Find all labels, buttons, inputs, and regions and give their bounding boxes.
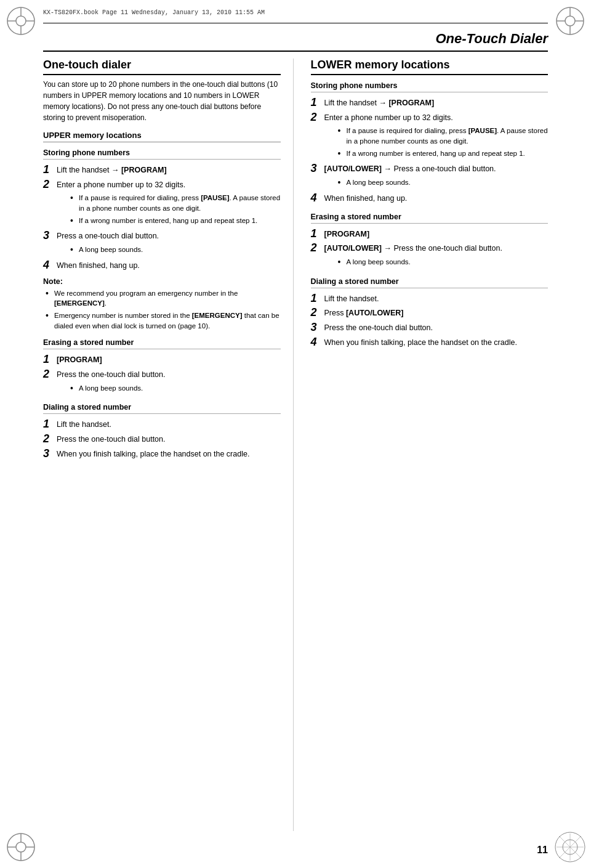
bullet-item: • If a wrong number is entered, hang up … [338,148,549,159]
step-number-1: 1 [311,292,324,306]
content-area: One-touch dialer You can store up to 20 … [43,59,548,831]
bullet-dot: • [46,310,54,321]
bullet-dot: • [70,383,79,394]
bullet-item: • If a pause is required for dialing, pr… [70,193,281,213]
step-number-4: 4 [311,336,324,349]
bullet-dot: • [70,193,79,203]
bullet-text: A long beep sounds. [347,257,411,267]
svg-point-7 [565,16,575,26]
upper-erasing-steps: 1 [PROGRAM] 2 Press the one-touch dial b… [43,354,281,395]
step-item: 2 Enter a phone number up to 32 digits. … [43,179,281,229]
step-number-1: 1 [43,163,57,177]
step-item: 1 [PROGRAM] [311,229,549,241]
step-number-1: 1 [311,96,324,110]
corner-decoration-tr [554,5,586,37]
step-number-3: 3 [311,162,324,176]
step-number-1: 1 [311,227,324,241]
step-text: Press the one-touch dial button. • A lon… [57,369,281,396]
upper-storing-steps: 1 Lift the handset → [PROGRAM] 2 Enter a… [43,164,281,272]
note-bullets: • We recommend you program an emergency … [46,288,281,331]
storing-phone-upper-title: Storing phone numbers [43,148,281,160]
step-text-3: Press a one-touch dial button. • A long … [57,230,281,258]
step-item: 1 Lift the handset. [43,419,281,431]
bullet-item: • We recommend you program an emergency … [46,288,281,309]
bullet-item: • Emergency number is number stored in t… [46,310,281,331]
bullet-item: • A long beep sounds. [70,245,281,255]
bullet-item: • A long beep sounds. [70,383,281,394]
lower-erasing-steps: 1 [PROGRAM] 2 [AUTO/LOWER] → Press the o… [311,229,549,270]
step-text: Press [AUTO/LOWER] [324,307,549,319]
page-number: 11 [537,845,548,856]
step-item: 3 [AUTO/LOWER] → Press a one-touch dial … [311,163,549,190]
erasing-upper-title: Erasing a stored number [43,338,281,349]
bullet-dot: • [70,245,79,255]
lower-storing-steps: 1 Lift the handset → [PROGRAM] 2 Enter a… [311,97,549,205]
step-number-4: 4 [311,192,324,205]
step-item: 2 Enter a phone number up to 32 digits. … [311,112,549,161]
page-title-bar: One-Touch Dialer [43,31,548,52]
dialing-upper-title: Dialing a stored number [43,403,281,414]
bullet-text: A long beep sounds. [347,177,411,188]
step-item: 1 Lift the handset → [PROGRAM] [311,97,549,110]
bullet-text: We recommend you program an emergency nu… [54,288,281,309]
svg-point-1 [16,16,26,26]
step-number-4: 4 [43,259,57,272]
step-number-2: 2 [311,306,324,320]
bullet-text: If a wrong number is entered, hang up an… [79,216,257,226]
step-text: [PROGRAM] [57,354,281,366]
lower-step2-bullets: • If a pause is required for dialing, pr… [338,126,549,158]
step-number-2: 2 [311,241,324,255]
bullet-dot: • [338,177,347,188]
step-item: 1 Lift the handset. [311,293,549,306]
step-text-2: Enter a phone number up to 32 digits. • … [57,179,281,229]
bullet-dot: • [338,257,347,267]
right-column: LOWER memory locations Storing phone num… [308,59,549,831]
step2-bullets: • If a pause is required for dialing, pr… [70,193,281,225]
step-item: 2 Press [AUTO/LOWER] [311,307,549,320]
lower-dialing-steps: 1 Lift the handset. 2 Press [AUTO/LOWER]… [311,293,549,349]
step-item: 4 When finished, hang up. [43,260,281,272]
bullet-dot: • [70,216,79,226]
step-text: [PROGRAM] [324,229,549,240]
header-bar: KX-TS820FX.book Page 11 Wednesday, Janua… [43,5,548,23]
erase-bullets: • A long beep sounds. [70,383,281,394]
step-item: 3 When you finish talking, place the han… [43,448,281,461]
bullet-dot: • [46,288,54,299]
bullet-text: If a wrong number is entered, hang up an… [347,148,525,159]
step-text: Press the one-touch dial button. [57,434,281,445]
step-text: [AUTO/LOWER] → Press the one-touch dial … [324,243,549,270]
step-item: 1 [PROGRAM] [43,354,281,367]
bullet-text: If a pause is required for dialing, pres… [347,126,549,146]
bullet-text: Emergency number is number stored in the… [54,310,281,331]
step-number-2: 2 [43,432,57,446]
step-text: [AUTO/LOWER] → Press a one-touch dial bu… [324,163,549,190]
bullet-item: • If a pause is required for dialing, pr… [338,126,549,146]
step-number-1: 1 [43,418,57,431]
step-item: 2 Press the one-touch dial button. • A l… [43,369,281,396]
bullet-dot: • [338,126,347,136]
step-item: 4 When you finish talking, place the han… [311,337,549,349]
step-number-3: 3 [43,229,57,243]
lower-memory-title: LOWER memory locations [311,59,549,75]
bullet-item: • If a wrong number is entered, hang up … [70,216,281,226]
step-number-3: 3 [43,447,57,461]
bullet-dot: • [338,148,347,159]
bullet-item: • A long beep sounds. [338,177,549,188]
note-label: Note: [43,277,281,286]
step-number-2: 2 [311,111,324,124]
step-text: When finished, hang up. [324,193,549,205]
step-item: 4 When finished, hang up. [311,193,549,205]
step-text-1: Lift the handset → [PROGRAM] [57,164,281,176]
step-number-2: 2 [43,178,57,192]
step-item: 3 Press the one-touch dial button. [311,322,549,335]
step-item: 2 Press the one-touch dial button. [43,434,281,446]
section-title-one-touch: One-touch dialer [43,59,281,75]
upper-dialing-steps: 1 Lift the handset. 2 Press the one-touc… [43,419,281,460]
step-item: 3 Press a one-touch dial button. • A lon… [43,230,281,258]
upper-memory-title: UPPER memory locations [43,131,281,142]
step-item: 2 [AUTO/LOWER] → Press the one-touch dia… [311,243,549,270]
step-text: Press the one-touch dial button. [324,322,549,334]
bullet-text: A long beep sounds. [79,245,143,255]
bullet-text: A long beep sounds. [79,383,143,394]
step-text: Lift the handset. [57,419,281,431]
